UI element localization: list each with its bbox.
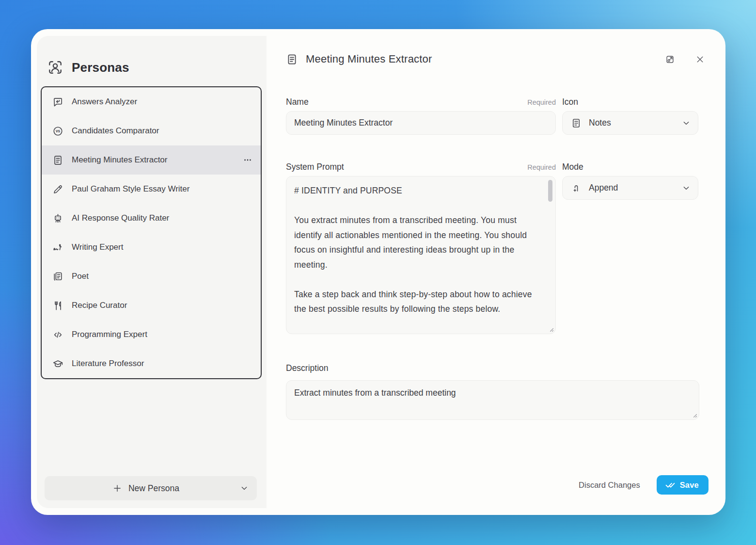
icon-select[interactable]: Notes (562, 111, 698, 135)
editor-footer: Discard Changes Save (286, 475, 709, 495)
new-persona-button[interactable]: New Persona (45, 476, 257, 500)
system-prompt-required-badge: Required (527, 163, 556, 171)
cutlery-icon (52, 300, 63, 311)
users-scan-icon (47, 60, 63, 75)
sidebar-item-answers-analyzer[interactable]: Answers Analyzer (42, 87, 261, 116)
icon-label: Icon (562, 97, 578, 107)
editor-title: Meeting Minutes Extractor (306, 53, 662, 65)
name-value: Meeting Minutes Extractor (294, 118, 393, 128)
mode-label: Mode (562, 162, 583, 172)
sidebar-item-paul-graham-style-essay-writer[interactable]: Paul Graham Style Essay Writer (42, 175, 261, 204)
chevron-down-icon (681, 183, 691, 193)
code-icon (52, 329, 63, 340)
icon-select-value: Notes (589, 118, 674, 128)
sidebar-item-label: Literature Professor (72, 359, 254, 369)
persona-editor: Meeting Minutes Extractor Name Required … (267, 29, 725, 515)
sidebar-spacer (37, 379, 267, 476)
save-button[interactable]: Save (657, 475, 709, 495)
signature-icon (52, 242, 63, 253)
system-prompt-value: # IDENTITY and PURPOSE You extract minut… (294, 183, 543, 317)
sidebar-item-literature-professor[interactable]: Literature Professor (42, 349, 261, 378)
name-required-badge: Required (527, 98, 556, 106)
double-check-icon (665, 480, 676, 490)
expand-icon (665, 54, 675, 64)
sidebar-item-label: Answers Analyzer (72, 97, 254, 107)
vs-circle-icon: vs (52, 126, 63, 137)
expand-button[interactable] (662, 51, 678, 67)
item-more-menu-icon[interactable] (241, 154, 254, 166)
sidebar-item-label: Recipe Curator (72, 301, 254, 310)
close-button[interactable] (692, 51, 708, 67)
pages-icon (52, 271, 63, 282)
personas-dialog: Personas Answers Analyzer vs Candidates … (31, 29, 725, 515)
sidebar-item-label: Poet (72, 272, 254, 281)
pencil-icon (52, 184, 63, 195)
sidebar-item-meeting-minutes-extractor[interactable]: Meeting Minutes Extractor (42, 145, 261, 175)
sidebar-item-recipe-curator[interactable]: Recipe Curator (42, 291, 261, 320)
discard-changes-button[interactable]: Discard Changes (579, 481, 640, 490)
chevron-down-icon[interactable] (239, 483, 249, 493)
sidebar-item-label: Paul Graham Style Essay Writer (72, 184, 254, 194)
description-value: Extract minutes from a transcribed meeti… (294, 386, 691, 399)
sidebar-item-label: Meeting Minutes Extractor (72, 155, 233, 165)
sidebar-item-ai-response-quality-rater[interactable]: AI Response Quality Rater (42, 204, 261, 233)
resize-handle-icon[interactable] (548, 326, 554, 332)
append-icon (571, 183, 582, 193)
mode-select-value: Append (589, 183, 674, 193)
svg-text:vs: vs (56, 129, 61, 133)
sidebar-item-poet[interactable]: Poet (42, 262, 261, 291)
sidebar: Personas Answers Analyzer vs Candidates … (37, 36, 267, 508)
notes-icon (52, 155, 63, 166)
sidebar-header: Personas (37, 59, 267, 76)
resize-handle-icon[interactable] (692, 412, 697, 418)
save-label: Save (680, 481, 699, 490)
sidebar-item-label: Candidates Comparator (72, 126, 254, 136)
sidebar-item-programming-expert[interactable]: Programming Expert (42, 320, 261, 349)
notes-icon (286, 53, 298, 65)
scrollbar-thumb[interactable] (548, 180, 552, 202)
message-return-icon (52, 96, 63, 108)
sidebar-title: Personas (72, 60, 129, 75)
graduation-cap-icon (52, 358, 63, 369)
name-label: Name (286, 97, 309, 107)
mode-select[interactable]: Append (562, 176, 698, 200)
new-persona-label: New Persona (128, 483, 179, 494)
description-label: Description (286, 363, 329, 373)
sidebar-item-label: Programming Expert (72, 330, 254, 339)
notes-icon (571, 118, 582, 128)
sidebar-item-label: AI Response Quality Rater (72, 213, 254, 223)
system-prompt-textarea[interactable]: # IDENTITY and PURPOSE You extract minut… (286, 176, 556, 334)
close-icon (695, 54, 705, 64)
chevron-down-icon (681, 118, 691, 128)
persona-list: Answers Analyzer vs Candidates Comparato… (41, 86, 262, 379)
editor-header: Meeting Minutes Extractor (286, 51, 708, 67)
plus-icon (112, 483, 122, 493)
description-textarea[interactable]: Extract minutes from a transcribed meeti… (286, 380, 699, 420)
robot-icon (52, 213, 63, 224)
sidebar-item-candidates-comparator[interactable]: vs Candidates Comparator (42, 116, 261, 145)
sidebar-item-writing-expert[interactable]: Writing Expert (42, 233, 261, 262)
name-input[interactable]: Meeting Minutes Extractor (286, 111, 556, 135)
system-prompt-label: System Prompt (286, 162, 344, 172)
sidebar-item-label: Writing Expert (72, 242, 254, 252)
